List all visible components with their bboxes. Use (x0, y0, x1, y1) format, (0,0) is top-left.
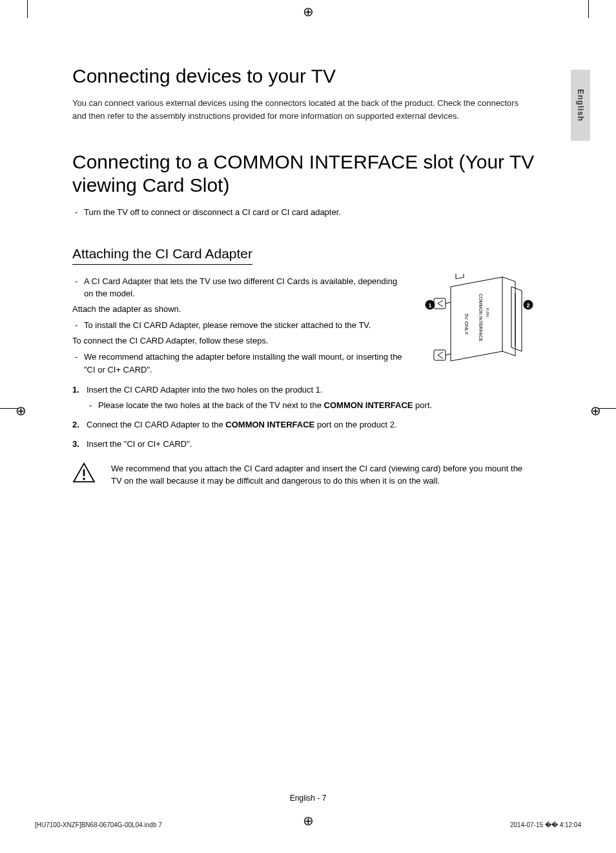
registration-mark-icon: ⊕ (14, 404, 27, 417)
body-text: Attach the adapter as shown. (72, 303, 408, 316)
bullet-item: Turn the TV off to connect or disconnect… (72, 206, 544, 219)
intro-paragraph: You can connect various external devices… (72, 97, 524, 122)
crop-mark (588, 0, 589, 18)
language-tab: English (571, 70, 590, 141)
step-item: Connect the CI CARD Adapter to the COMMO… (72, 418, 544, 431)
body-text: To connect the CI CARD Adapter, follow t… (72, 334, 408, 347)
svg-line-6 (446, 354, 451, 355)
svg-line-4 (446, 302, 451, 303)
print-footer: [HU7100-XNZF]BN68-06704G-00L04.indb 7 20… (35, 821, 581, 828)
bullet-item: To install the CI CARD Adapter, please r… (72, 319, 408, 332)
svg-rect-3 (434, 298, 446, 309)
bullet-item: A CI Card Adapter that lets the TV use t… (72, 275, 408, 300)
registration-mark-icon: ⊕ (302, 5, 314, 18)
language-tab-label: English (576, 89, 585, 121)
svg-rect-5 (434, 350, 446, 360)
diagram-label-ci: COMMON INTERFACE (478, 294, 483, 342)
ci-adapter-diagram: 1 2 5V ONLY PUSH COMMON INTERFACE (418, 274, 535, 371)
diagram-label-5v: 5V ONLY (464, 313, 469, 335)
registration-mark-icon: ⊕ (589, 404, 602, 417)
crop-mark (27, 0, 28, 18)
diagram-label-push: PUSH (486, 308, 489, 317)
subheading-attaching-adapter: Attaching the CI Card Adapter (72, 246, 252, 265)
svg-point-10 (83, 478, 85, 480)
step-item: Insert the CI CARD Adapter into the two … (72, 384, 544, 412)
heading-common-interface: Connecting to a COMMON INTERFACE slot (Y… (72, 150, 544, 197)
print-filename: [HU7100-XNZF]BN68-06704G-00L04.indb 7 (35, 821, 162, 828)
print-timestamp: 2014-07-15 �� 4:12:04 (510, 821, 581, 828)
warning-icon (72, 462, 96, 483)
diagram-marker-2: 2 (526, 302, 529, 309)
warning-text: We recommend that you attach the CI Card… (111, 462, 524, 488)
page-content: Connecting devices to your TV You can co… (72, 65, 544, 488)
diagram-marker-1: 1 (428, 302, 431, 309)
step-sub-bullet: Please locate the two holes at the back … (87, 399, 544, 412)
heading-connecting-devices: Connecting devices to your TV (72, 65, 544, 88)
svg-rect-1 (456, 274, 464, 279)
step-item: Insert the "CI or CI+ CARD". (72, 438, 544, 451)
page-number: English - 7 (0, 794, 616, 803)
bullet-item: We recommend attaching the adapter befor… (72, 351, 408, 376)
step-text: Insert the CI CARD Adapter into the two … (87, 385, 323, 395)
